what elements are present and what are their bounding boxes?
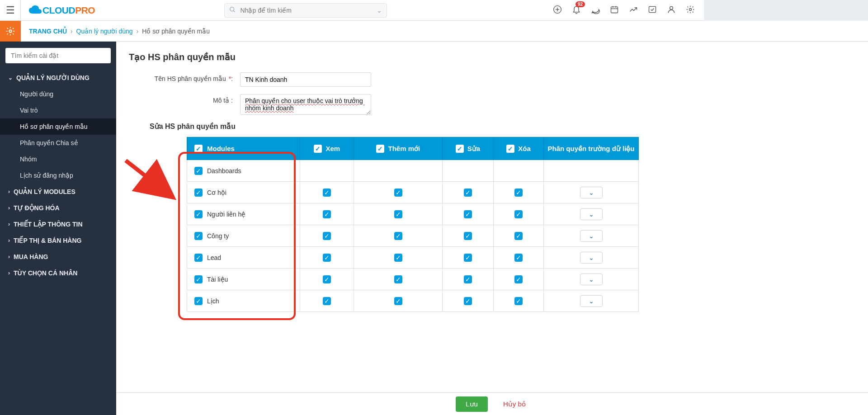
perm-checkbox[interactable]: ✓ xyxy=(514,189,523,197)
select-all-edit-checkbox[interactable]: ✓ xyxy=(456,145,464,153)
search-icon xyxy=(229,6,236,14)
field-perm-button[interactable]: ⌄ xyxy=(580,252,603,264)
perm-checkbox[interactable]: ✓ xyxy=(323,189,331,197)
gear-icon[interactable] xyxy=(686,5,695,15)
chat-icon[interactable] xyxy=(591,5,600,15)
table-header-row: ✓ Modules ✓ Xem ✓ Thêm mới ✓ Sửa xyxy=(187,137,639,160)
sidebar-item-sharing[interactable]: Phân quyền Chia sẻ xyxy=(0,135,116,151)
table-row: ✓Người liên hệ ✓ ✓ ✓ ✓ ⌄ xyxy=(187,203,639,225)
perm-checkbox[interactable]: ✓ xyxy=(323,232,331,240)
perm-checkbox[interactable]: ✓ xyxy=(514,297,523,305)
module-name: Lịch xyxy=(207,297,219,305)
settings-rail[interactable] xyxy=(0,21,21,42)
select-all-add-checkbox[interactable]: ✓ xyxy=(376,145,384,153)
select-all-modules-checkbox[interactable]: ✓ xyxy=(194,145,203,153)
sidebar-group-users[interactable]: ⌄ QUẢN LÝ NGƯỜI DÙNG xyxy=(0,70,116,86)
col-edit: ✓ Sửa xyxy=(442,137,493,160)
module-checkbox[interactable]: ✓ xyxy=(194,210,203,218)
perm-checkbox[interactable]: ✓ xyxy=(323,275,331,283)
module-checkbox[interactable]: ✓ xyxy=(194,297,203,305)
calendar-icon[interactable] xyxy=(610,5,619,15)
breadcrumb-link[interactable]: Quản lý người dùng xyxy=(76,28,133,35)
sidebar-group-label: QUẢN LÝ NGƯỜI DÙNG xyxy=(16,74,90,81)
perm-checkbox[interactable]: ✓ xyxy=(394,275,402,283)
desc-textarea[interactable]: Phân quyền cho user thuộc vai trò trưởng… xyxy=(240,94,371,115)
analytics-icon[interactable] xyxy=(629,5,638,15)
desc-label: Mô tả : xyxy=(150,94,240,104)
breadcrumb-sep: › xyxy=(71,28,73,35)
sidebar-item-roles[interactable]: Vai trò xyxy=(0,102,116,118)
breadcrumb-home[interactable]: TRANG CHỦ xyxy=(29,28,67,35)
perm-checkbox[interactable]: ✓ xyxy=(394,189,402,197)
svg-point-12 xyxy=(9,30,12,33)
perm-checkbox[interactable]: ✓ xyxy=(394,210,402,218)
col-delete: ✓ Xóa xyxy=(493,137,543,160)
table-row: ✓Lịch ✓ ✓ ✓ ✓ ⌄ xyxy=(187,290,639,312)
sidebar-group-label: TIẾP THỊ & BÁN HÀNG xyxy=(14,237,81,244)
perm-checkbox[interactable]: ✓ xyxy=(514,232,523,240)
tasks-icon[interactable] xyxy=(648,5,657,15)
menu-icon: ☰ xyxy=(6,5,15,16)
perm-checkbox[interactable]: ✓ xyxy=(394,297,402,305)
field-perm-button[interactable]: ⌄ xyxy=(580,187,603,198)
sidebar-group-label: TÙY CHỌN CÁ NHÂN xyxy=(14,269,77,277)
field-perm-button[interactable]: ⌄ xyxy=(580,274,603,285)
module-checkbox[interactable]: ✓ xyxy=(194,189,203,197)
select-all-view-checkbox[interactable]: ✓ xyxy=(314,145,322,153)
svg-line-1 xyxy=(233,10,235,12)
sidebar-group-modules[interactable]: › QUẢN LÝ MODULES xyxy=(0,184,116,200)
perm-checkbox[interactable]: ✓ xyxy=(464,254,472,262)
user-icon[interactable] xyxy=(667,5,676,15)
sidebar-item-login-history[interactable]: Lịch sử đăng nhập xyxy=(0,167,116,184)
name-input[interactable] xyxy=(240,72,371,87)
module-name: Lead xyxy=(207,254,221,261)
top-icon-bar: 92 xyxy=(553,5,695,15)
sidebar-group-automation[interactable]: › TỰ ĐỘNG HÓA xyxy=(0,200,116,216)
sidebar-group-personal[interactable]: › TÙY CHỌN CÁ NHÂN xyxy=(0,265,116,281)
search-input[interactable] xyxy=(240,6,377,14)
section-title: Sửa HS phân quyền mẫu xyxy=(150,122,704,131)
perm-checkbox[interactable]: ✓ xyxy=(323,254,331,262)
module-checkbox[interactable]: ✓ xyxy=(194,167,203,175)
perm-checkbox[interactable]: ✓ xyxy=(514,275,523,283)
perm-checkbox[interactable]: ✓ xyxy=(464,189,472,197)
sidebar-search-input[interactable] xyxy=(10,52,106,60)
perm-checkbox[interactable]: ✓ xyxy=(464,275,472,283)
select-all-delete-checkbox[interactable]: ✓ xyxy=(506,145,514,153)
hamburger-menu[interactable]: ☰ xyxy=(0,0,21,21)
perm-checkbox[interactable]: ✓ xyxy=(394,232,402,240)
sidebar-item-users[interactable]: Người dùng xyxy=(0,86,116,102)
module-checkbox[interactable]: ✓ xyxy=(194,254,203,262)
field-perm-button[interactable]: ⌄ xyxy=(580,295,603,307)
perm-checkbox[interactable]: ✓ xyxy=(394,254,402,262)
perm-checkbox[interactable]: ✓ xyxy=(514,210,523,218)
sidebar-group-purchasing[interactable]: › MUA HÀNG xyxy=(0,249,116,265)
field-perm-button[interactable]: ⌄ xyxy=(580,208,603,220)
sidebar-item-profiles[interactable]: Hồ sơ phân quyền mẫu xyxy=(0,118,116,135)
module-checkbox[interactable]: ✓ xyxy=(194,275,203,283)
svg-point-11 xyxy=(689,9,692,11)
notifications-icon[interactable]: 92 xyxy=(572,5,581,15)
logo[interactable]: CLOUDPRO xyxy=(29,5,95,16)
table-row: ✓Cơ hội ✓ ✓ ✓ ✓ ⌄ xyxy=(187,182,639,203)
sidebar-item-groups[interactable]: Nhóm xyxy=(0,151,116,167)
form-row-name: Tên HS phân quyền mẫu *: xyxy=(150,72,704,87)
perm-checkbox[interactable]: ✓ xyxy=(514,254,523,262)
global-search[interactable]: ⌄ xyxy=(224,3,387,18)
chevron-right-icon: › xyxy=(8,205,10,211)
perm-checkbox[interactable]: ✓ xyxy=(323,297,331,305)
permissions-table: ✓ Modules ✓ Xem ✓ Thêm mới ✓ Sửa xyxy=(187,137,639,312)
field-perm-button[interactable]: ⌄ xyxy=(580,230,603,242)
sidebar-group-config[interactable]: › THIẾT LẬP THÔNG TIN xyxy=(0,216,116,232)
module-checkbox[interactable]: ✓ xyxy=(194,232,203,240)
perm-checkbox[interactable]: ✓ xyxy=(323,210,331,218)
sidebar-search[interactable] xyxy=(5,48,111,63)
perm-checkbox[interactable]: ✓ xyxy=(464,210,472,218)
perm-checkbox[interactable]: ✓ xyxy=(464,232,472,240)
topbar: ☰ CLOUDPRO ⌄ 92 xyxy=(0,0,704,21)
add-icon[interactable] xyxy=(553,5,562,15)
main-content: Tạo HS phân quyền mẫu Tên HS phân quyền … xyxy=(116,42,704,339)
module-name: Người liên hệ xyxy=(207,211,245,218)
sidebar-group-marketing[interactable]: › TIẾP THỊ & BÁN HÀNG xyxy=(0,232,116,249)
perm-checkbox[interactable]: ✓ xyxy=(464,297,472,305)
